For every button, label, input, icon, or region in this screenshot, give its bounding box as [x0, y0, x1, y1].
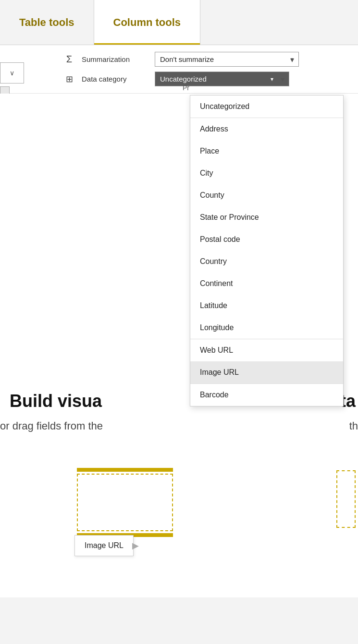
summarization-arrow-icon: ▾: [291, 56, 294, 62]
image-url-tooltip: Image URL ▶: [74, 535, 134, 556]
props-partial-label: Pr: [183, 84, 189, 92]
dropdown-item-postal-code[interactable]: Postal code: [190, 228, 343, 250]
dropdown-item-state-or-province[interactable]: State or Province: [190, 206, 343, 228]
tab-table-tools-label: Table tools: [19, 16, 74, 29]
tab-column-tools[interactable]: Column tools: [94, 0, 201, 45]
summarization-label: Summarization: [82, 55, 149, 63]
dropdown-item-image-url[interactable]: Image URL: [190, 361, 343, 383]
toolbar: ∨ Σ Summarization Don't summarize ▾ ⊞ Da…: [0, 45, 358, 94]
tab-bar: Table tools Column tools: [0, 0, 358, 45]
dropdown-item-county[interactable]: County: [190, 184, 343, 206]
illus-dashed-box: [77, 474, 173, 531]
illus-right-side: [336, 470, 356, 528]
summarization-value: Don't summarize: [160, 55, 214, 63]
props-label-text: Pr: [183, 84, 189, 92]
drag-fields-suffix: th: [349, 420, 358, 432]
summarization-row: Σ Summarization Don't summarize ▾: [62, 52, 348, 67]
dropdown-item-continent[interactable]: Continent: [190, 273, 343, 295]
drag-fields-text: or drag fields from the: [0, 420, 103, 432]
data-category-dropdown-menu: Uncategorized Address Place City County …: [190, 95, 344, 406]
summarization-select-wrapper: Don't summarize ▾: [155, 52, 299, 67]
data-category-select-wrapper: Uncategorized ▾: [155, 72, 289, 86]
dropdown-item-uncategorized[interactable]: Uncategorized: [190, 95, 343, 118]
small-dropdown[interactable]: ∨: [0, 62, 24, 83]
dropdown-item-web-url[interactable]: Web URL: [190, 339, 343, 361]
tooltip-arrow-icon: ▶: [132, 540, 139, 551]
data-category-icon: ⊞: [62, 74, 76, 84]
data-category-arrow-icon: ▾: [271, 76, 273, 83]
dropdown-item-place[interactable]: Place: [190, 140, 343, 162]
dropdown-item-city[interactable]: City: [190, 162, 343, 184]
dropdown-item-latitude[interactable]: Latitude: [190, 295, 343, 317]
illustration: [77, 468, 183, 537]
dropdown-item-longitude[interactable]: Longitude: [190, 317, 343, 339]
tab-column-tools-label: Column tools: [113, 16, 181, 29]
build-visual-title: Build visua: [10, 391, 102, 411]
dropdown-item-country[interactable]: Country: [190, 250, 343, 273]
tab-table-tools[interactable]: Table tools: [0, 0, 94, 45]
chevron-down-icon: ∨: [10, 69, 14, 77]
image-url-tooltip-text: Image URL: [85, 541, 123, 549]
data-category-select[interactable]: Uncategorized ▾: [155, 72, 289, 86]
data-category-label: Data category: [82, 75, 149, 83]
dropdown-item-address[interactable]: Address: [190, 118, 343, 140]
illus-top-bar: [77, 468, 173, 472]
data-category-value: Uncategorized: [160, 75, 207, 83]
data-category-row: ⊞ Data category Uncategorized ▾: [62, 72, 348, 86]
summarization-select[interactable]: Don't summarize ▾: [155, 52, 299, 67]
dropdown-item-barcode[interactable]: Barcode: [190, 384, 343, 406]
sigma-icon: Σ: [62, 54, 76, 65]
